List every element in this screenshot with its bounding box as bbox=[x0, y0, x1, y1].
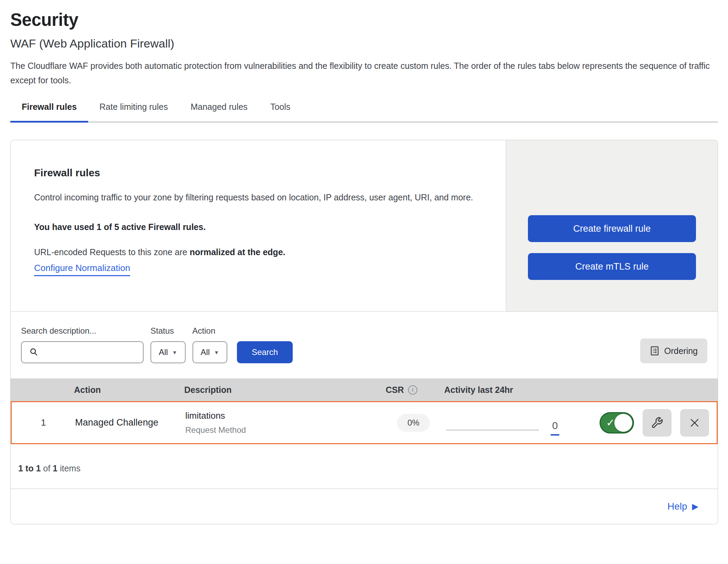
search-icon bbox=[29, 347, 39, 357]
actions-panel: Create firewall rule Create mTLS rule bbox=[506, 140, 718, 311]
info-icon[interactable]: i bbox=[408, 385, 417, 395]
help-footer: Help ▶ bbox=[11, 489, 718, 524]
header-activity: Activity last 24hr bbox=[439, 385, 562, 395]
rule-description: limitations bbox=[185, 410, 387, 421]
search-input[interactable] bbox=[44, 347, 140, 357]
card-heading: Firewall rules bbox=[34, 167, 492, 179]
edit-rule-button[interactable] bbox=[643, 409, 672, 437]
rule-csr-cell: 0% bbox=[387, 414, 440, 432]
search-description-label: Search description... bbox=[21, 326, 144, 336]
toggle-knob bbox=[614, 414, 632, 432]
filter-toolbar: Search description... Status All ▼ Actio… bbox=[11, 312, 718, 378]
csr-badge: 0% bbox=[397, 414, 430, 432]
waf-tab-bar: Firewall rules Rate limiting rules Manag… bbox=[10, 102, 718, 123]
ordering-button[interactable]: Ordering bbox=[640, 338, 707, 363]
header-action: Action bbox=[74, 385, 184, 395]
tab-firewall-rules[interactable]: Firewall rules bbox=[10, 102, 88, 123]
header-csr: CSR i bbox=[386, 385, 439, 395]
firewall-rules-summary: Firewall rules Control incoming traffic … bbox=[11, 140, 718, 312]
create-mtls-rule-button[interactable]: Create mTLS rule bbox=[528, 253, 696, 280]
activity-sparkline bbox=[446, 430, 539, 430]
ordering-list-icon bbox=[650, 346, 659, 356]
chevron-down-icon: ▼ bbox=[214, 349, 219, 355]
create-firewall-rule-button[interactable]: Create firewall rule bbox=[528, 215, 696, 242]
rule-activity-cell: 0 bbox=[440, 402, 563, 443]
activity-count-link[interactable]: 0 bbox=[551, 420, 559, 436]
page-title: Security bbox=[10, 0, 718, 30]
ordering-button-label: Ordering bbox=[664, 346, 698, 356]
table-row[interactable]: 1 Managed Challenge limitations Request … bbox=[11, 401, 718, 444]
rule-expression: Request Method bbox=[185, 425, 387, 435]
rule-enabled-toggle[interactable]: ✓ bbox=[600, 412, 634, 434]
action-label: Action bbox=[193, 326, 228, 336]
close-icon bbox=[689, 417, 700, 429]
tab-managed-rules[interactable]: Managed rules bbox=[179, 102, 259, 123]
action-select[interactable]: All ▼ bbox=[193, 341, 228, 363]
tab-rate-limiting-rules[interactable]: Rate limiting rules bbox=[88, 102, 179, 123]
delete-rule-button[interactable] bbox=[680, 409, 709, 437]
check-icon: ✓ bbox=[606, 416, 615, 428]
action-filter-group: Action All ▼ bbox=[193, 326, 228, 363]
firewall-rules-card: Firewall rules Control incoming traffic … bbox=[10, 140, 718, 524]
search-button[interactable]: Search bbox=[237, 341, 293, 363]
help-link[interactable]: Help ▶ bbox=[667, 501, 698, 512]
rule-controls: ✓ bbox=[563, 409, 717, 437]
page-description: The Cloudflare WAF provides both automat… bbox=[10, 59, 718, 87]
status-select[interactable]: All ▼ bbox=[150, 341, 186, 363]
card-description: Control incoming traffic to your zone by… bbox=[34, 189, 482, 206]
table-header-row: Action Description CSR i Activity last 2… bbox=[11, 378, 718, 401]
header-description: Description bbox=[184, 385, 386, 395]
normalization-note: URL-encoded Requests to this zone are no… bbox=[34, 247, 492, 257]
wrench-icon bbox=[651, 417, 663, 429]
rule-priority: 1 bbox=[12, 417, 75, 428]
search-input-box[interactable] bbox=[21, 341, 144, 363]
search-description-group: Search description... bbox=[21, 326, 144, 363]
chevron-down-icon: ▼ bbox=[172, 349, 177, 355]
usage-counter: You have used 1 of 5 active Firewall rul… bbox=[34, 222, 492, 232]
help-arrow-icon: ▶ bbox=[692, 502, 698, 511]
tab-tools[interactable]: Tools bbox=[259, 102, 302, 123]
configure-normalization-link[interactable]: Configure Normalization bbox=[34, 263, 130, 276]
pagination-summary: 1 to 1 of 1 items bbox=[11, 444, 718, 489]
firewall-rules-summary-text: Firewall rules Control incoming traffic … bbox=[11, 140, 506, 311]
page-subtitle: WAF (Web Application Firewall) bbox=[10, 37, 718, 50]
status-filter-group: Status All ▼ bbox=[150, 326, 186, 363]
rule-action: Managed Challenge bbox=[75, 417, 185, 428]
status-label: Status bbox=[150, 326, 186, 336]
rule-description-cell: limitations Request Method bbox=[185, 410, 387, 435]
